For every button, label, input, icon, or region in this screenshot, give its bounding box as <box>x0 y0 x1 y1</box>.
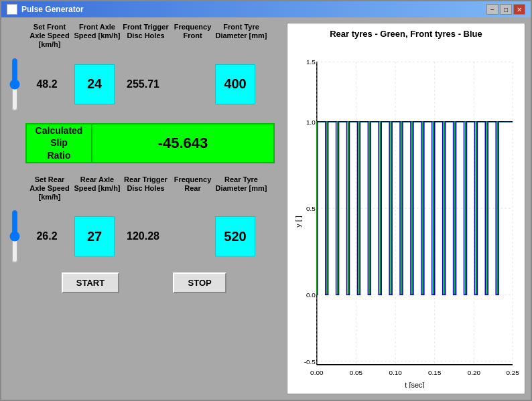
header-frequency-rear: FrequencyRear <box>171 175 214 202</box>
svg-text:0.5: 0.5 <box>306 205 316 212</box>
svg-text:0.10: 0.10 <box>389 369 402 376</box>
front-tyre-value <box>215 64 255 104</box>
slip-ratio-value: -45.643 <box>92 123 275 163</box>
header-set-rear-speed: Set RearAxle Speed[km/h] <box>25 175 74 202</box>
app-icon <box>7 4 17 15</box>
window-controls: − □ ✕ <box>486 4 525 15</box>
rear-axle-speed-value: 27 <box>74 216 115 256</box>
header-front-trigger: Front TriggerDisc Holes <box>121 23 171 50</box>
chart-title: Rear tyres - Green, Front tyres - Blue <box>293 29 519 39</box>
rear-values-row: 26.2 27 120.28 <box>7 210 281 263</box>
front-slider[interactable] <box>9 58 21 111</box>
front-section: Set FrontAxle Speed[km/h] Front AxleSpee… <box>7 23 281 111</box>
main-window: Pulse Generator − □ ✕ Set FrontAxle Spee… <box>0 0 532 401</box>
rear-headers: Set RearAxle Speed[km/h] Rear AxleSpeed … <box>25 175 281 202</box>
svg-text:0.00: 0.00 <box>310 369 324 376</box>
header-frequency-front: FrequencyFront <box>171 23 214 50</box>
y-axis-label: y [ ] <box>294 216 302 228</box>
rear-section: Set RearAxle Speed[km/h] Rear AxleSpeed … <box>7 175 281 264</box>
svg-text:0.20: 0.20 <box>468 369 481 376</box>
rear-trigger-value: 120.28 <box>118 226 168 246</box>
rear-tyre-input[interactable] <box>217 218 254 255</box>
svg-text:0.0: 0.0 <box>306 291 316 299</box>
svg-text:0.15: 0.15 <box>428 369 442 376</box>
stop-button[interactable]: STOP <box>173 272 226 293</box>
left-panel: Set FrontAxle Speed[km/h] Front AxleSpee… <box>7 23 281 394</box>
slip-ratio-label: Calculated SlipRatio <box>25 123 92 163</box>
maximize-button[interactable]: □ <box>500 4 512 15</box>
svg-text:0.05: 0.05 <box>350 369 363 376</box>
right-panel: Rear tyres - Green, Front tyres - Blue y… <box>287 23 525 394</box>
svg-text:0.25: 0.25 <box>506 369 519 376</box>
svg-text:1.0: 1.0 <box>306 118 316 126</box>
front-trigger-value: 255.71 <box>118 74 168 94</box>
header-rear-tyre: Rear TyreDiameter [mm] <box>214 175 268 202</box>
svg-text:t [sec]: t [sec] <box>405 381 424 388</box>
svg-text:-0.5: -0.5 <box>304 358 316 366</box>
header-front-axle-speed: Front AxleSpeed [km/h] <box>74 23 121 50</box>
chart-svg: y [ ] 1.5 1.0 0.5 0.0 -0.5 <box>293 42 519 388</box>
chart-area: y [ ] 1.5 1.0 0.5 0.0 -0.5 <box>293 42 519 388</box>
front-frequency-value <box>168 74 212 94</box>
bottom-buttons: START STOP <box>7 272 281 293</box>
front-headers: Set FrontAxle Speed[km/h] Front AxleSpee… <box>25 23 281 50</box>
header-set-front-speed: Set FrontAxle Speed[km/h] <box>25 23 74 50</box>
front-tyre-input[interactable] <box>217 66 254 102</box>
front-values-row: 48.2 24 255.71 <box>7 58 281 111</box>
window-title: Pulse Generator <box>21 5 84 14</box>
rear-slider[interactable] <box>9 210 21 263</box>
close-button[interactable]: ✕ <box>513 4 525 15</box>
front-axle-speed-value: 24 <box>74 64 115 104</box>
front-set-speed-value: 48.2 <box>23 74 71 94</box>
header-front-tyre: Front TyreDiameter [mm] <box>214 23 268 50</box>
start-button[interactable]: START <box>62 272 119 293</box>
title-bar: Pulse Generator − □ ✕ <box>1 1 531 17</box>
rear-tyre-value <box>215 216 255 256</box>
svg-text:1.5: 1.5 <box>306 58 316 66</box>
slip-ratio-section: Calculated SlipRatio -45.643 <box>25 123 281 163</box>
header-rear-axle-speed: Rear AxleSpeed [km/h] <box>74 175 121 202</box>
rear-slider-container <box>7 210 23 263</box>
header-rear-trigger: Rear TriggerDisc Holes <box>121 175 171 202</box>
front-slider-container <box>7 58 23 111</box>
minimize-button[interactable]: − <box>486 4 498 15</box>
rear-frequency-value <box>168 226 212 246</box>
main-content: Set FrontAxle Speed[km/h] Front AxleSpee… <box>1 17 531 400</box>
rear-set-speed-value: 26.2 <box>23 226 71 246</box>
